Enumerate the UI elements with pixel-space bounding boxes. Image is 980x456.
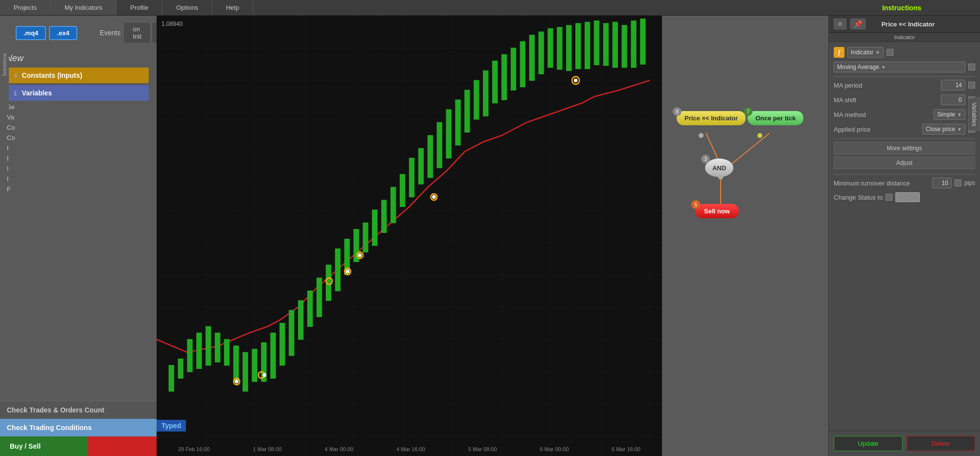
ex4-button[interactable]: .ex4 (49, 26, 77, 40)
variables-section[interactable]: 1 Variables (7, 85, 149, 101)
ma-period-input[interactable] (941, 80, 965, 91)
mq4-button[interactable]: .mq4 (16, 26, 46, 40)
time-label-2: 4 Mar 00:00 (325, 446, 354, 452)
min-turnover-input[interactable] (932, 178, 952, 188)
ma-method-row: MA method Simple ▼ (834, 109, 975, 120)
svg-rect-9 (233, 346, 238, 382)
svg-rect-14 (280, 323, 285, 365)
svg-rect-26 (391, 187, 396, 223)
sell-now-badge: 5 (691, 200, 700, 209)
svg-rect-1 (157, 16, 662, 456)
and-badge: 3 (701, 155, 710, 163)
event-tab-on-init[interactable]: on Init (123, 22, 150, 44)
new-label: New (0, 50, 157, 67)
events-label: Events (100, 29, 121, 37)
check-trades-orders-item[interactable]: Check Trades & Orders Count (0, 401, 157, 419)
price-indicator-node[interactable]: 8 Price ×< Indicator (677, 111, 746, 125)
svg-rect-47 (585, 22, 590, 68)
price-indicator-label[interactable]: Price ×< Indicator (677, 111, 746, 125)
ma-shift-label: MA shift (834, 96, 938, 104)
nav-tab-help[interactable]: Help (212, 0, 253, 15)
sidebar-item-i2: I (0, 153, 157, 163)
change-status-color[interactable] (895, 192, 920, 202)
indicator-type-dropdown-row: Moving Average ▼ (834, 62, 975, 72)
chart-svg (157, 16, 662, 456)
svg-rect-3 (178, 359, 183, 378)
sell-now-label[interactable]: Sell now (695, 204, 739, 218)
buy-sell-item[interactable]: Buy / Sell (0, 436, 157, 456)
min-turnover-row: Minimum turnover distance pips (834, 178, 975, 188)
sidebar-item-se: Se (0, 102, 157, 112)
svg-rect-45 (567, 25, 571, 71)
svg-line-68 (730, 133, 770, 165)
svg-rect-36 (483, 71, 488, 116)
svg-point-70 (699, 133, 704, 138)
svg-rect-31 (437, 122, 442, 168)
svg-rect-20 (335, 249, 340, 291)
sidebar-item-va: Va (0, 112, 157, 122)
once-per-tick-node[interactable]: 7 Once per tick (748, 111, 803, 125)
ma-shift-input[interactable] (941, 94, 965, 105)
nav-tab-projects[interactable]: Projects (0, 0, 51, 15)
svg-rect-38 (501, 54, 506, 100)
price-indicator-badge: 8 (673, 107, 682, 116)
svg-rect-7 (215, 333, 220, 363)
svg-rect-24 (372, 210, 377, 246)
svg-rect-10 (243, 352, 248, 391)
time-label-3: 4 Mar 16:00 (396, 446, 425, 452)
svg-rect-53 (640, 19, 645, 65)
flow-diagram-area: 8 Price ×< Indicator 7 Once per tick (662, 16, 828, 456)
ma-period-checkbox[interactable] (968, 82, 975, 89)
min-turnover-label: Minimum turnover distance (834, 180, 929, 187)
indicator-checkbox[interactable] (887, 49, 893, 56)
adjust-button[interactable]: Adjust (834, 157, 975, 169)
props-title: Price ×< Indicator (881, 21, 934, 28)
nav-tab-options[interactable]: Options (162, 0, 212, 15)
properties-panel: ✕ 📌 Price ×< Indicator Indicator ƒ (828, 16, 980, 456)
change-status-checkbox[interactable] (886, 194, 892, 201)
and-node[interactable]: 3 AND (705, 159, 733, 177)
svg-point-62 (358, 253, 362, 257)
nav-tab-profile[interactable]: Profile (116, 0, 162, 15)
sell-indicator (88, 436, 157, 456)
svg-rect-17 (308, 291, 313, 327)
svg-rect-50 (613, 22, 617, 68)
variables-tab[interactable]: Variables (968, 98, 980, 131)
and-label[interactable]: AND (705, 159, 733, 177)
props-body: ƒ Indicator ▼ Moving Average ▼ MA per (829, 42, 980, 431)
more-settings-button[interactable]: More settings (834, 142, 975, 155)
ma-method-dropdown[interactable]: Simple ▼ (934, 109, 965, 120)
svg-rect-11 (252, 349, 257, 382)
svg-rect-35 (474, 80, 479, 119)
indicator-dropdown[interactable]: Indicator ▼ (847, 47, 884, 58)
svg-rect-16 (298, 300, 303, 339)
svg-point-60 (346, 270, 350, 274)
once-per-tick-label[interactable]: Once per tick (748, 111, 803, 125)
svg-point-55 (235, 380, 239, 384)
props-close-button[interactable]: ✕ (834, 19, 846, 29)
sidebar-item-i3: I (0, 163, 157, 174)
update-button[interactable]: Update (834, 436, 903, 451)
ma-shift-row: MA shift (834, 94, 975, 105)
props-pin-button[interactable]: 📌 (850, 19, 866, 29)
instructions-link[interactable]: Instructions (882, 0, 921, 16)
applied-price-dropdown[interactable]: Close price ▼ (922, 124, 965, 135)
min-turnover-checkbox[interactable] (955, 180, 961, 186)
delete-button[interactable]: Delete (907, 436, 976, 451)
svg-rect-51 (622, 25, 627, 68)
check-trading-conditions-item[interactable]: Check Trading Conditions (0, 419, 157, 436)
sidebar-item-co2: Co (0, 133, 157, 143)
indicator-type-dropdown[interactable]: Moving Average ▼ (834, 62, 965, 72)
buy-button[interactable]: Buy / Sell (0, 436, 88, 456)
nav-tab-my-indicators[interactable]: My Indicators (51, 0, 116, 15)
svg-point-57 (263, 373, 267, 377)
typed-badge: Typed (157, 420, 186, 432)
constants-section[interactable]: 4 Constants (Inputs) (7, 68, 149, 83)
sidebar-item-i4: I (0, 174, 157, 184)
sell-now-node[interactable]: 5 Sell now (695, 204, 739, 218)
svg-rect-28 (410, 158, 414, 197)
svg-rect-43 (548, 28, 553, 67)
indicator-type-checkbox[interactable] (968, 64, 975, 70)
svg-rect-18 (317, 278, 322, 317)
divider-1 (834, 76, 975, 77)
